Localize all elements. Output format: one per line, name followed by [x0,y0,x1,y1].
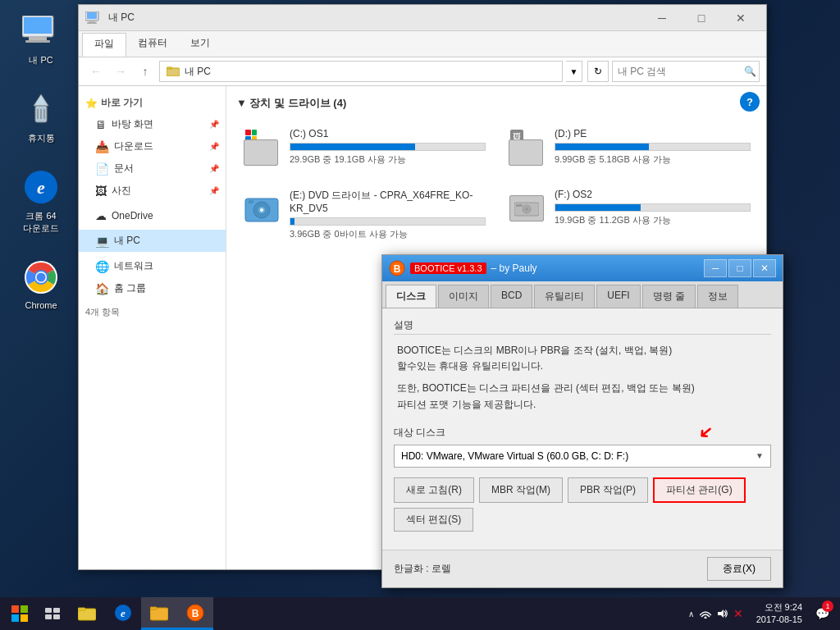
sidebar-item-network[interactable]: 🌐 네트워크 [79,255,226,277]
svg-text:B: B [394,263,401,275]
sidebar-item-downloads[interactable]: 📥 다운로드 📌 [79,135,226,158]
forward-button[interactable]: → [110,62,131,81]
sidebar-my-pc: 💻 내 PC [79,230,226,252]
bootice-partition-button[interactable]: 파티션 관리(G) [653,477,746,503]
drive-item-d[interactable]: 🖼 (D:) PE 9.99GB 중 5.18GB 사용 가능 [501,122,756,173]
taskbar-app-bootice[interactable]: B [177,597,213,630]
bootice-footer: 한글화 : 로렐 종료(X) [382,550,783,587]
tray-volume-icon[interactable] [715,607,728,620]
sidebar-item-documents[interactable]: 📄 문서 📌 [79,158,226,180]
drive-name-c: (C:) OS1 [290,128,486,139]
svg-rect-41 [150,607,157,609]
bootice-mbr-button[interactable]: MBR 작업(M) [479,477,563,503]
sidebar-item-desktop[interactable]: 🖥 바탕 화면 📌 [79,113,226,135]
title-bar-icon [85,11,102,25]
desc-line-3: 또한, BOOTICE는 디스크 파티션을 관리 (섹터 편집, 백업 또는 복… [397,381,768,396]
maximize-button[interactable]: □ [682,7,720,30]
drive-item-f[interactable]: (F:) OS2 19.9GB 중 11.2GB 사용 가능 [501,183,756,246]
drive-info-e: (E:) DVD 드라이브 - CPRA_X64FRE_KO-KR_DV5 3.… [290,189,486,240]
bootice-tab-cmdline[interactable]: 명령 줄 [642,285,696,308]
ribbon-tabs: 파일 컴퓨터 보기 [79,31,766,57]
drive-item-e[interactable]: (E:) DVD 드라이브 - CPRA_X64FRE_KO-KR_DV5 3.… [236,183,491,246]
chrome-icon-label: Chrome [25,300,57,310]
refresh-button[interactable]: ↻ [587,61,609,82]
bootice-minimize-button[interactable]: ─ [704,259,727,277]
ribbon-tab-computer[interactable]: 컴퓨터 [126,31,179,57]
bootice-description: BOOTICE는 디스크의 MBR이나 PBR을 조작 (설치, 백업, 복원)… [394,340,771,416]
section-header-drives: ▼ 장치 및 드라이브 (4) [236,96,756,114]
up-button[interactable]: ↑ [135,62,156,81]
bootice-sector-button[interactable]: 섹터 편집(S) [394,508,473,532]
desktop-folder-icon: 🖥 [95,118,107,131]
bootice-maximize-button[interactable]: □ [728,259,751,277]
drive-icon-f [507,189,546,228]
bootice-desc-label: 설명 [394,318,771,335]
drive-item-c[interactable]: (C:) OS1 29.9GB 중 19.1GB 사용 가능 [236,122,491,173]
taskbar-ie-icon: e [114,604,132,622]
sidebar-onedrive: ☁ OneDrive [79,205,226,226]
drives-grid: (C:) OS1 29.9GB 중 19.1GB 사용 가능 🖼 [236,122,756,246]
bootice-tab-image[interactable]: 이미지 [438,285,489,308]
address-bar: ← → ↑ 내 PC ▼ ↻ 🔍 [79,57,766,86]
address-path[interactable]: 내 PC [159,61,563,82]
taskview-button[interactable] [36,597,69,630]
notification-center-button[interactable]: 💬 1 [807,597,837,630]
svg-rect-2 [29,37,47,40]
bootice-lang-label: 한글화 : 로렐 [394,562,451,576]
bootice-tab-disk[interactable]: 디스크 [386,285,436,308]
taskbar-app-explorer[interactable] [69,597,105,630]
desktop-icon-my-pc[interactable]: 내 PC [8,8,74,70]
ie-icon-label: 크롬 64 다운로드 [23,210,59,235]
bootice-exit-button[interactable]: 종료(X) [707,557,771,581]
bootice-tab-uefi[interactable]: UEFI [596,285,640,308]
section-expand-icon: ▼ [236,97,249,109]
svg-rect-20 [167,67,172,69]
desktop-icon-recycle[interactable]: 휴지통 [8,86,74,148]
tray-close-icon[interactable]: ✕ [732,607,745,620]
start-button[interactable] [3,597,36,630]
bootice-tab-utility[interactable]: 유틸리티 [534,285,595,308]
search-input[interactable] [618,66,741,77]
desktop-icon-chrome[interactable]: Chrome [8,254,74,313]
search-icon: 🔍 [744,66,756,77]
bootice-tab-info[interactable]: 정보 [697,285,738,308]
drive-bar-container-d [555,143,751,151]
minimize-button[interactable]: ─ [643,7,681,30]
sidebar-item-homegroup[interactable]: 🏠 홈 그룹 [79,277,226,299]
drive-name-e: (E:) DVD 드라이브 - CPRA_X64FRE_KO-KR_DV5 [290,189,486,214]
close-button[interactable]: ✕ [722,7,760,30]
clock-date: 2017-08-15 [756,614,802,626]
sidebar-item-onedrive[interactable]: ☁ OneDrive [79,205,226,226]
bootice-tab-bcd[interactable]: BCD [491,285,532,308]
bootice-window-buttons: ─ □ ✕ [704,259,776,277]
tray-network-icon[interactable] [699,607,712,620]
sidebar-item-my-pc[interactable]: 💻 내 PC [79,230,226,252]
taskbar-explorer-icon [78,605,96,621]
svg-point-28 [525,208,528,211]
taskbar-app-folder[interactable] [141,597,177,630]
taskbar-clock[interactable]: 오전 9:24 2017-08-15 [751,601,807,627]
bootice-dropdown-value: HD0: VMware, VMware Virtual S (60.0 GB, … [401,450,628,462]
bootice-close-window-button[interactable]: ✕ [753,259,776,277]
help-button[interactable]: ? [740,92,760,112]
bootice-disk-dropdown[interactable]: HD0: VMware, VMware Virtual S (60.0 GB, … [394,445,771,468]
address-dropdown-button[interactable]: ▼ [566,61,582,82]
svg-text:e: e [37,177,45,198]
sidebar-item-pictures[interactable]: 🖼 사진 📌 [79,180,226,202]
clock-time: 오전 9:24 [756,601,802,614]
taskbar-app-ie[interactable]: e [105,597,141,630]
bootice-pbr-button[interactable]: PBR 작업(P) [568,477,648,503]
desc-line-1: BOOTICE는 디스크의 MBR이나 PBR을 조작 (설치, 백업, 복원) [397,343,768,358]
my-pc-icon: 💻 [95,235,109,248]
ribbon-tab-file[interactable]: 파일 [82,33,126,57]
homegroup-icon: 🏠 [95,282,109,295]
back-button[interactable]: ← [85,62,107,81]
drive-bar-container-e [290,217,486,226]
bootice-refresh-button[interactable]: 새로 고침(R) [394,477,474,503]
desktop-icon-ie[interactable]: e 크롬 64 다운로드 [8,164,74,238]
svg-text:e: e [121,607,126,619]
tray-expand-button[interactable]: ∧ [687,608,696,620]
svg-rect-32 [45,608,52,613]
svg-rect-18 [87,22,97,24]
ribbon-tab-view[interactable]: 보기 [179,31,221,57]
